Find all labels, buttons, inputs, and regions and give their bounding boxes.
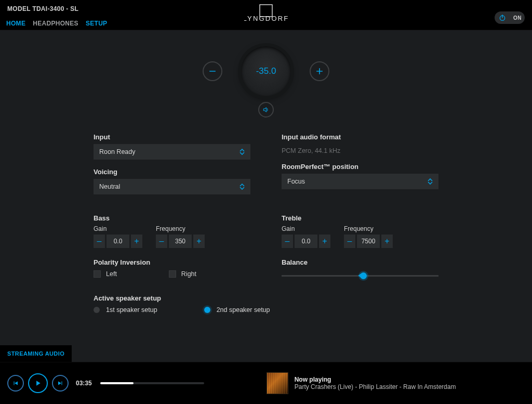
bass-freq-plus[interactable]: + xyxy=(193,234,205,248)
prev-track-button[interactable] xyxy=(7,375,24,392)
power-icon xyxy=(498,13,507,22)
checkbox-icon xyxy=(94,270,101,278)
svg-text:LYNGDORF: LYNGDORF xyxy=(244,15,288,22)
nav-tabs: HOME HEADPHONES SETUP xyxy=(6,20,107,27)
speaker-icon xyxy=(262,106,270,113)
chevron-updown-icon xyxy=(240,184,245,190)
balance-slider[interactable] xyxy=(282,270,438,281)
brand-logo: LYNGDORF xyxy=(244,4,288,26)
roomperfect-value: Focus xyxy=(287,178,305,185)
mute-button[interactable] xyxy=(258,102,274,118)
tab-setup[interactable]: SETUP xyxy=(86,20,108,27)
playback-time: 03:35 xyxy=(76,380,92,387)
skip-forward-icon xyxy=(57,380,63,386)
treble-freq-plus[interactable]: + xyxy=(381,234,393,248)
chevron-updown-icon xyxy=(240,149,245,155)
roomperfect-label: RoomPerfect™ position xyxy=(282,163,438,171)
play-button[interactable] xyxy=(28,373,48,393)
radio-icon xyxy=(204,307,210,313)
polarity-left-checkbox[interactable]: Left xyxy=(94,270,117,278)
balance-title: Balance xyxy=(282,258,438,266)
roomperfect-select[interactable]: Focus xyxy=(282,174,438,189)
speaker-setup-2-radio[interactable]: 2nd speaker setup xyxy=(204,306,270,314)
power-toggle[interactable]: ON xyxy=(495,11,525,24)
treble-gain-stepper: – 0.0 + xyxy=(282,234,330,248)
plus-icon xyxy=(315,67,324,76)
treble-gain-value[interactable]: 0.0 xyxy=(295,234,317,248)
svg-marker-9 xyxy=(58,382,61,385)
volume-up-button[interactable] xyxy=(310,61,329,81)
progress-fill xyxy=(100,382,134,384)
polarity-right-label: Right xyxy=(181,270,196,278)
voicing-select[interactable]: Neutral xyxy=(94,179,250,194)
header: MODEL TDAI-3400 - SL HOME HEADPHONES SET… xyxy=(0,0,532,30)
volume-row: -35.0 xyxy=(0,43,532,100)
bass-gain-plus[interactable]: + xyxy=(131,234,142,248)
volume-value: -35.0 xyxy=(256,66,276,76)
input-select[interactable]: Roon Ready xyxy=(94,144,250,160)
treble-freq-label: Frequency xyxy=(344,225,393,232)
bass-gain-label: Gain xyxy=(94,225,142,232)
power-label: ON xyxy=(513,15,522,21)
tab-headphones[interactable]: HEADPHONES xyxy=(33,20,78,27)
minus-icon xyxy=(208,67,217,76)
treble-gain-minus[interactable]: – xyxy=(282,234,293,248)
model-label: MODEL TDAI-3400 - SL xyxy=(7,5,78,12)
bass-gain-stepper: – 0.0 + xyxy=(94,234,142,248)
bass-title: Bass xyxy=(94,214,250,222)
treble-gain-label: Gain xyxy=(282,225,330,232)
chevron-updown-icon xyxy=(428,178,433,185)
volume-down-button[interactable] xyxy=(203,61,222,81)
voicing-value: Neutral xyxy=(99,183,120,190)
polarity-left-label: Left xyxy=(106,270,117,278)
treble-title: Treble xyxy=(282,214,438,222)
treble-freq-stepper: – 7500 + xyxy=(344,234,393,248)
player-bar: 03:35 Now playing Party Crashers (Live) … xyxy=(0,362,532,404)
svg-marker-8 xyxy=(36,381,41,385)
input-label: Input xyxy=(94,133,250,141)
speaker-setup-1-label: 1st speaker setup xyxy=(106,306,157,314)
polarity-right-checkbox[interactable]: Right xyxy=(169,270,196,278)
voicing-label: Voicing xyxy=(94,168,250,176)
checkbox-icon xyxy=(169,270,176,278)
bass-freq-label: Frequency xyxy=(156,225,205,232)
album-art xyxy=(267,372,288,394)
next-track-button[interactable] xyxy=(52,375,69,392)
format-label: Input audio format xyxy=(282,133,438,141)
radio-icon xyxy=(94,307,100,313)
play-icon xyxy=(34,380,42,387)
streaming-audio-tab[interactable]: STREAMING AUDIO xyxy=(0,345,72,362)
speaker-setup-2-label: 2nd speaker setup xyxy=(217,306,270,314)
slider-thumb[interactable] xyxy=(360,272,367,279)
volume-dial[interactable]: -35.0 xyxy=(241,46,291,96)
treble-gain-plus[interactable]: + xyxy=(319,234,330,248)
bass-freq-minus[interactable]: – xyxy=(156,234,167,248)
now-playing-label: Now playing xyxy=(295,376,456,383)
bass-freq-stepper: – 350 + xyxy=(156,234,205,248)
svg-marker-7 xyxy=(15,382,18,385)
input-value: Roon Ready xyxy=(99,148,136,155)
tab-home[interactable]: HOME xyxy=(6,20,25,27)
main-panel: -35.0 Input Roon Ready xyxy=(0,30,532,362)
skip-back-icon xyxy=(12,380,19,386)
track-info: Party Crashers (Live) - Philip Lassiter … xyxy=(295,383,456,390)
progress-bar[interactable] xyxy=(100,382,204,384)
bass-freq-value[interactable]: 350 xyxy=(169,234,192,248)
polarity-title: Polarity Inversion xyxy=(94,258,250,266)
treble-freq-value[interactable]: 7500 xyxy=(357,234,380,248)
bass-gain-value[interactable]: 0.0 xyxy=(107,234,129,248)
format-value: PCM Zero, 44.1 kHz xyxy=(282,144,438,154)
bass-gain-minus[interactable]: – xyxy=(94,234,105,248)
treble-freq-minus[interactable]: – xyxy=(344,234,355,248)
speaker-setup-title: Active speaker setup xyxy=(94,294,438,302)
now-playing: Now playing Party Crashers (Live) - Phil… xyxy=(267,372,456,394)
speaker-setup-1-radio[interactable]: 1st speaker setup xyxy=(94,306,157,314)
